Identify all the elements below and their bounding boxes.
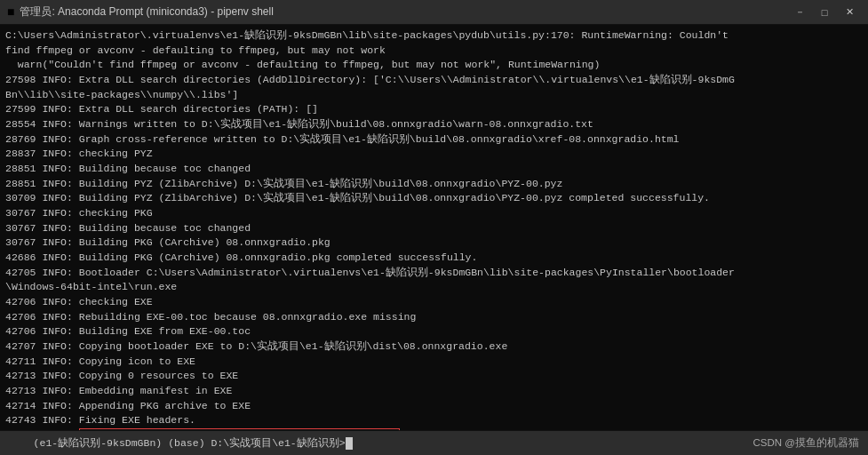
watermark: CSDN @摸鱼的机器猫 bbox=[753, 436, 859, 450]
terminal-line: 42706 INFO: Building EXE from EXE-00.toc bbox=[5, 324, 863, 339]
terminal-line: 27599 INFO: Extra DLL search directories… bbox=[5, 102, 863, 117]
terminal-line: 30767 INFO: Building PKG (CArchive) 08.o… bbox=[5, 235, 863, 251]
window-controls[interactable]: － □ ✕ bbox=[788, 4, 861, 21]
terminal-line: 27598 INFO: Extra DLL search directories… bbox=[5, 73, 863, 88]
app-icon: ■ bbox=[7, 5, 14, 20]
maximize-button[interactable]: □ bbox=[813, 4, 836, 21]
bottom-bar: (e1-缺陷识别-9ksDmGBn) (base) D:\实战项目\e1-缺陷识… bbox=[0, 430, 868, 455]
prompt-text: (e1-缺陷识别-9ksDmGBn) (base) D:\实战项目\e1-缺陷识… bbox=[34, 437, 346, 449]
terminal-line: 42686 INFO: Building PKG (CArchive) 08.o… bbox=[5, 251, 863, 266]
terminal-line: 42714 INFO: Appending PKG archive to EXE bbox=[5, 399, 863, 414]
terminal-line: 30767 INFO: Building because toc changed bbox=[5, 221, 863, 236]
terminal-line: C:\Users\Administrator\.virtualenvs\e1-缺… bbox=[5, 28, 863, 44]
terminal-line: 42713 INFO: Embedding manifest in EXE bbox=[5, 384, 863, 399]
title-bar: ■ 管理员: Anaconda Prompt (miniconda3) - pi… bbox=[0, 0, 868, 25]
terminal-line: 42707 INFO: Copying bootloader EXE to D:… bbox=[5, 339, 863, 355]
terminal-line: 28837 INFO: checking PYZ bbox=[5, 147, 863, 162]
terminal-line: 28851 INFO: Building PYZ (ZlibArchive) D… bbox=[5, 177, 863, 192]
window-title: 管理员: Anaconda Prompt (miniconda3) - pipe… bbox=[20, 4, 273, 20]
title-bar-left: ■ 管理员: Anaconda Prompt (miniconda3) - pi… bbox=[7, 4, 274, 20]
terminal-line: find ffmpeg or avconv - defaulting to ff… bbox=[5, 44, 863, 59]
terminal-line: 42706 INFO: checking EXE bbox=[5, 295, 863, 310]
cursor bbox=[346, 437, 353, 450]
terminal-line: \Windows-64bit-intel\run.exe bbox=[5, 280, 863, 295]
command-prompt: (e1-缺陷识别-9ksDmGBn) (base) D:\实战项目\e1-缺陷识… bbox=[9, 425, 353, 455]
terminal-line: 42711 INFO: Copying icon to EXE bbox=[5, 355, 863, 370]
terminal-line: 30709 INFO: Building PYZ (ZlibArchive) D… bbox=[5, 191, 863, 206]
terminal-line: warn("Couldn't find ffmpeg or avconv - d… bbox=[5, 58, 863, 73]
terminal-line: 28554 INFO: Warnings written to D:\实战项目\… bbox=[5, 117, 863, 132]
close-button[interactable]: ✕ bbox=[838, 4, 861, 21]
terminal-line: 30767 INFO: checking PKG bbox=[5, 206, 863, 221]
terminal-line: Bn\\lib\\site-packages\\numpy\\.libs'] bbox=[5, 88, 863, 103]
minimize-button[interactable]: － bbox=[788, 4, 811, 21]
terminal-line: 42706 INFO: Rebuilding EXE-00.toc becaus… bbox=[5, 310, 863, 325]
terminal-line: 42713 INFO: Copying 0 resources to EXE bbox=[5, 369, 863, 384]
terminal-line: 28769 INFO: Graph cross-reference writte… bbox=[5, 132, 863, 148]
terminal-line: 28851 INFO: Building because toc changed bbox=[5, 162, 863, 177]
terminal-output: C:\Users\Administrator\.virtualenvs\e1-缺… bbox=[0, 25, 868, 430]
terminal-line: 42705 INFO: Bootloader C:\Users\Administ… bbox=[5, 266, 863, 281]
